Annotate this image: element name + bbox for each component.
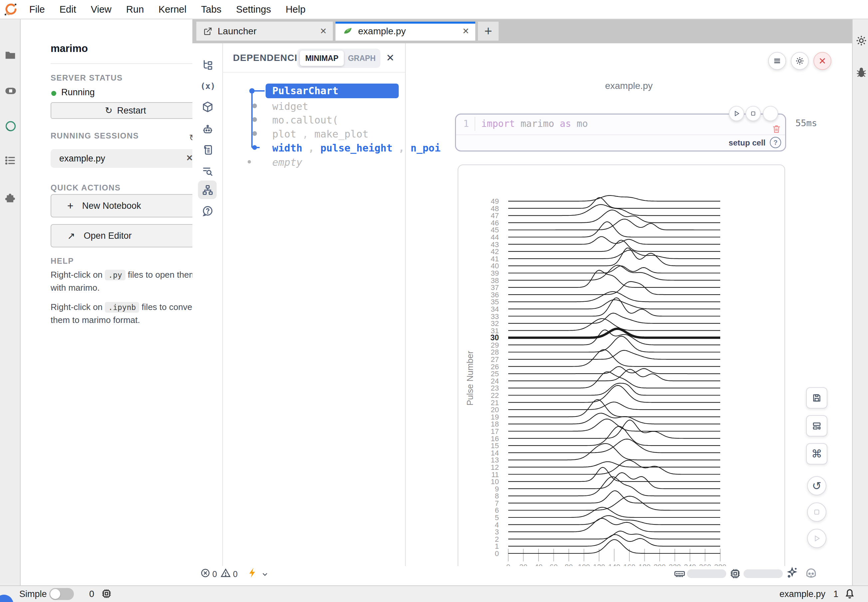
- statusbar-filename[interactable]: example.py: [776, 589, 825, 599]
- variables-icon[interactable]: (x): [200, 81, 215, 91]
- undo-button[interactable]: ↺: [807, 476, 827, 496]
- memory-usage-bar: [687, 569, 726, 578]
- bell-icon[interactable]: [843, 587, 856, 600]
- notebook-menu-button[interactable]: [768, 52, 786, 70]
- svg-text:12: 12: [491, 463, 499, 471]
- close-tab-icon[interactable]: ✕: [462, 26, 469, 36]
- setup-cell-help-icon[interactable]: ?: [770, 137, 781, 148]
- help-bubble-icon[interactable]: [202, 205, 214, 217]
- layout-toggle-button[interactable]: [806, 415, 827, 436]
- copilot-icon[interactable]: [805, 567, 817, 580]
- chevron-down-icon[interactable]: [261, 570, 269, 578]
- panel-title: marimo: [51, 43, 88, 55]
- cell-runtime: 55ms: [796, 118, 817, 128]
- file-browser-icon[interactable]: [4, 49, 16, 61]
- menu-settings[interactable]: Settings: [236, 4, 271, 15]
- run-cell-button[interactable]: [729, 106, 744, 121]
- warnings-icon[interactable]: [220, 568, 231, 578]
- svg-text:41: 41: [491, 255, 499, 263]
- tree-node-widget[interactable]: widget: [272, 101, 308, 112]
- logs-icon[interactable]: [202, 144, 214, 156]
- session-item[interactable]: example.py ✕: [51, 149, 200, 168]
- tree-node-width[interactable]: width , pulse_height , n_poi: [272, 142, 441, 154]
- marimo-sidebar-panel: marimo SERVER STATUS Running ↻ Restart R…: [21, 19, 192, 585]
- svg-text:13: 13: [491, 456, 499, 464]
- delete-cell-icon[interactable]: [771, 124, 782, 134]
- restart-server-button[interactable]: ↻ Restart: [51, 102, 200, 119]
- menu-tabs[interactable]: Tabs: [201, 4, 221, 15]
- app-status-bar: [0, 585, 868, 602]
- svg-text:43: 43: [491, 240, 499, 249]
- file-tree-icon[interactable]: [202, 59, 214, 71]
- simple-mode-toggle[interactable]: [49, 588, 74, 600]
- active-tab-indicator: [336, 22, 475, 24]
- notebook-settings-button[interactable]: [791, 52, 809, 70]
- menu-kernel[interactable]: Kernel: [158, 4, 186, 15]
- svg-text:27: 27: [491, 355, 499, 364]
- toolbar-divider: [222, 43, 223, 566]
- menu-help[interactable]: Help: [285, 4, 305, 15]
- svg-text:1: 1: [495, 542, 499, 550]
- svg-text:46: 46: [491, 219, 499, 227]
- close-tab-icon[interactable]: ✕: [320, 26, 327, 36]
- external-link-icon: [203, 27, 212, 36]
- ai-sparkle-icon[interactable]: [785, 566, 799, 579]
- svg-text:22: 22: [491, 391, 499, 399]
- cell-code[interactable]: import marimo as mo: [481, 118, 588, 129]
- extensions-icon[interactable]: [4, 192, 16, 204]
- menu-view[interactable]: View: [91, 4, 112, 15]
- save-notebook-button[interactable]: [806, 387, 827, 408]
- new-notebook-button[interactable]: + New Notebook: [51, 194, 200, 217]
- svg-text:26: 26: [491, 362, 499, 371]
- stop-cell-button[interactable]: [745, 106, 761, 121]
- shutdown-kernel-button[interactable]: ✕: [813, 52, 831, 70]
- svg-text:20: 20: [491, 405, 499, 414]
- tab-example-py[interactable]: example.py ✕: [336, 22, 475, 41]
- cell-output-chart-card: 0204060801001201401601802002202402602800…: [458, 164, 785, 585]
- tree-node-pulsarchart[interactable]: PulsarChart: [265, 84, 399, 98]
- svg-text:Pulse Number: Pulse Number: [465, 351, 475, 405]
- toggle-knob: [50, 589, 60, 599]
- running-terminals-icon[interactable]: [4, 84, 17, 97]
- svg-text:36: 36: [491, 291, 499, 299]
- svg-text:28: 28: [491, 348, 499, 356]
- quick-actions-heading: QUICK ACTIONS: [51, 183, 121, 192]
- marimo-leaf-icon: [343, 26, 353, 36]
- svg-text:35: 35: [491, 298, 499, 306]
- run-mode-lightning-icon[interactable]: [247, 567, 258, 578]
- cell-divider: [456, 135, 785, 135]
- new-tab-button[interactable]: +: [478, 22, 498, 41]
- table-of-contents-icon[interactable]: [4, 155, 16, 166]
- tab-launcher[interactable]: Launcher ✕: [196, 22, 333, 41]
- dependencies-icon[interactable]: [202, 184, 214, 196]
- error-count: 0: [212, 569, 217, 579]
- settings-gear-icon[interactable]: [855, 35, 867, 47]
- ai-assistant-icon[interactable]: [202, 123, 214, 135]
- graph-toggle[interactable]: GRAPH: [345, 51, 379, 66]
- cell-more-options-button[interactable]: [763, 106, 778, 121]
- svg-text:23: 23: [491, 384, 499, 392]
- run-all-button[interactable]: [807, 529, 827, 548]
- svg-text:25: 25: [491, 370, 499, 378]
- menu-file[interactable]: File: [29, 4, 45, 15]
- interrupt-button[interactable]: [807, 502, 827, 522]
- scratchpad-search-icon[interactable]: [202, 165, 214, 177]
- command-palette-button[interactable]: ⌘: [806, 443, 827, 464]
- close-session-icon[interactable]: ✕: [186, 153, 193, 163]
- menu-edit[interactable]: Edit: [60, 4, 76, 15]
- minimap-toggle[interactable]: MINIMAP: [300, 51, 344, 66]
- tree-node-plot[interactable]: plot , make_plot: [272, 128, 368, 140]
- menu-run[interactable]: Run: [126, 4, 144, 15]
- close-panel-icon[interactable]: ✕: [386, 52, 394, 64]
- open-editor-button[interactable]: ↗ Open Editor: [51, 224, 200, 247]
- kernels-chip-icon[interactable]: [101, 588, 112, 600]
- svg-text:47: 47: [491, 212, 499, 220]
- tree-node-callout[interactable]: mo.callout(: [272, 114, 339, 126]
- errors-icon[interactable]: [200, 568, 210, 578]
- packages-icon[interactable]: [202, 101, 214, 113]
- svg-text:18: 18: [491, 420, 499, 428]
- tree-node-empty[interactable]: empty: [272, 157, 302, 168]
- debugger-bug-icon[interactable]: [855, 67, 867, 78]
- svg-text:15: 15: [491, 442, 499, 450]
- marimo-sidebar-icon[interactable]: [4, 120, 17, 132]
